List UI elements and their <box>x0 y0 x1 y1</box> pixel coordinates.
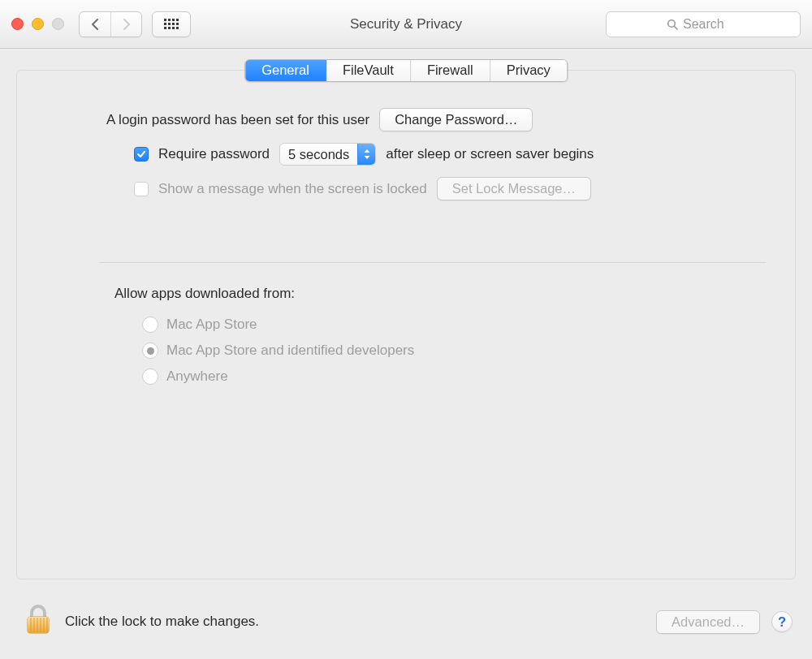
preferences-panel: General FileVault Firewall Privacy A log… <box>16 70 796 579</box>
svg-marker-14 <box>364 149 369 153</box>
radio-label: Mac App Store and identified developers <box>166 342 414 359</box>
radio-button <box>142 342 158 359</box>
change-password-button[interactable]: Change Password… <box>379 108 533 131</box>
button-label: Set Lock Message… <box>452 181 576 196</box>
button-label: Advanced… <box>672 614 745 629</box>
tab-label: Firewall <box>427 62 473 78</box>
popup-stepper-icon <box>357 144 375 165</box>
help-label: ? <box>778 614 786 630</box>
tab-firewall[interactable]: Firewall <box>410 60 490 81</box>
lock-text: Click the lock to make changes. <box>65 614 259 630</box>
svg-marker-15 <box>364 156 369 159</box>
lock-icon[interactable] <box>24 604 52 640</box>
svg-rect-1 <box>168 19 171 21</box>
search-icon <box>667 19 678 30</box>
gatekeeper-section-label: Allow apps downloaded from: <box>114 286 756 302</box>
tab-filevault[interactable]: FileVault <box>326 60 410 81</box>
show-all-button[interactable] <box>152 11 191 37</box>
svg-rect-6 <box>172 23 175 25</box>
tab-label: General <box>261 62 309 78</box>
forward-button <box>110 12 141 37</box>
tab-label: Privacy <box>507 62 551 78</box>
tab-control: General FileVault Firewall Privacy <box>244 59 568 82</box>
svg-rect-3 <box>176 19 179 21</box>
button-label: Change Password… <box>395 112 517 127</box>
footer: Click the lock to make changes. Advanced… <box>0 594 812 659</box>
checkmark-icon <box>136 149 146 159</box>
gatekeeper-option-identified-devs: Mac App Store and identified developers <box>142 342 756 359</box>
grid-icon <box>164 19 179 30</box>
general-content: A login password has been set for this u… <box>17 71 795 385</box>
show-lock-message-row: Show a message when the screen is locked… <box>106 177 756 200</box>
login-password-text: A login password has been set for this u… <box>106 112 369 128</box>
require-password-checkbox[interactable] <box>134 147 149 162</box>
svg-rect-0 <box>164 19 166 21</box>
svg-rect-9 <box>168 27 171 29</box>
close-window-button[interactable] <box>11 18 24 30</box>
minimize-window-button[interactable] <box>32 18 44 30</box>
svg-line-13 <box>674 26 677 29</box>
gatekeeper-option-anywhere: Anywhere <box>142 368 756 385</box>
svg-rect-8 <box>164 27 166 29</box>
chevron-right-icon <box>123 19 131 30</box>
svg-rect-4 <box>164 23 166 25</box>
popup-value: 5 seconds <box>288 147 349 162</box>
radio-label: Mac App Store <box>166 317 257 333</box>
search-field[interactable] <box>606 11 801 37</box>
window-controls <box>11 18 64 30</box>
radio-button <box>142 368 158 385</box>
nav-segment <box>79 11 142 37</box>
radio-button <box>142 317 158 333</box>
require-password-label: Require password <box>158 146 270 162</box>
advanced-button[interactable]: Advanced… <box>656 610 760 634</box>
svg-rect-2 <box>172 19 175 21</box>
search-input[interactable] <box>683 17 740 32</box>
radio-label: Anywhere <box>166 368 228 385</box>
chevron-left-icon <box>91 19 99 30</box>
help-button[interactable]: ? <box>771 611 793 632</box>
show-lock-message-checkbox <box>134 182 149 196</box>
svg-rect-5 <box>168 23 171 25</box>
lock-area: Click the lock to make changes. <box>24 604 259 640</box>
require-password-row: Require password 5 seconds after sleep o… <box>106 143 756 166</box>
zoom-window-button <box>52 18 64 30</box>
require-password-delay-popup[interactable]: 5 seconds <box>279 143 376 166</box>
show-lock-message-label: Show a message when the screen is locked <box>158 181 427 197</box>
require-password-after-text: after sleep or screen saver begins <box>386 146 594 162</box>
gatekeeper-option-app-store: Mac App Store <box>142 317 756 333</box>
divider <box>100 262 766 263</box>
svg-rect-11 <box>176 27 179 29</box>
titlebar: Security & Privacy <box>0 0 812 49</box>
back-button[interactable] <box>80 12 110 37</box>
tab-privacy[interactable]: Privacy <box>490 60 567 81</box>
tab-general[interactable]: General <box>245 60 326 81</box>
login-password-row: A login password has been set for this u… <box>106 108 756 131</box>
gatekeeper-radio-group: Mac App Store Mac App Store and identifi… <box>106 317 756 385</box>
svg-rect-10 <box>172 27 175 29</box>
set-lock-message-button: Set Lock Message… <box>437 177 591 200</box>
tab-label: FileVault <box>343 62 394 78</box>
svg-rect-7 <box>176 23 179 25</box>
